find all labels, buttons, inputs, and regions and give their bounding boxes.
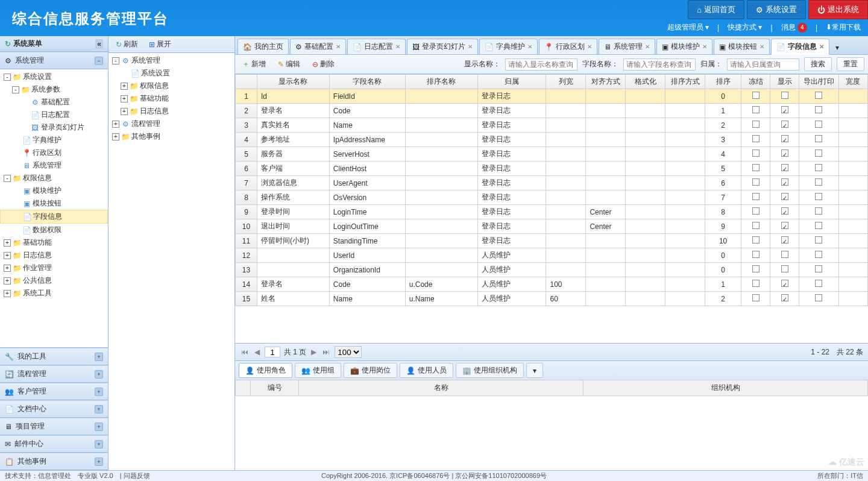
table-row[interactable]: 2登录名Code登录日志1 <box>236 104 868 118</box>
settings-button[interactable]: ⚙系统设置 <box>747 0 806 19</box>
data-grid[interactable]: 显示名称字段名称排序名称归属列宽对齐方式格式化排序方式排序冻结显示导出/打印宽度… <box>235 74 868 306</box>
expand-icon[interactable]: + <box>95 457 103 466</box>
tab[interactable]: 📄字典维护✕ <box>479 39 538 54</box>
close-icon[interactable]: ✕ <box>395 43 400 50</box>
expand-icon[interactable]: + <box>95 388 103 396</box>
tree-node[interactable]: 📄系统设置 <box>108 67 234 80</box>
checkbox[interactable] <box>752 106 760 113</box>
expand-icon[interactable]: - <box>4 175 11 182</box>
expand-icon[interactable]: - <box>12 86 19 93</box>
expand-button[interactable]: ⊞展开 <box>145 38 175 51</box>
expand-icon[interactable]: + <box>95 423 103 431</box>
checkbox[interactable] <box>781 236 788 244</box>
tree-node[interactable]: 📄字典维护 <box>0 134 108 146</box>
checkbox[interactable] <box>781 294 788 301</box>
tree-node[interactable]: +📁公共信息 <box>0 274 108 287</box>
expand-icon[interactable]: + <box>112 133 119 140</box>
tree-node[interactable]: 📄数据权限 <box>0 224 108 236</box>
table-row[interactable]: 8操作系统OsVersion登录日志7 <box>236 190 868 205</box>
tab[interactable]: 🏠我的主页 <box>237 39 289 54</box>
close-icon[interactable]: ✕ <box>645 43 650 50</box>
expand-icon[interactable]: + <box>121 83 128 90</box>
table-row[interactable]: 10退出时间LoginOutTime登录日志Center9 <box>236 219 868 234</box>
accordion-item[interactable]: 🔧我的工具+ <box>0 348 108 365</box>
close-icon[interactable]: ✕ <box>527 43 532 50</box>
expand-icon[interactable]: + <box>121 95 128 102</box>
tab-menu-icon[interactable]: ▾ <box>831 41 844 54</box>
tree-node[interactable]: ▣模块维护 <box>0 184 108 197</box>
checkbox[interactable] <box>752 178 760 186</box>
checkbox[interactable] <box>815 164 822 171</box>
checkbox[interactable] <box>781 251 788 258</box>
exit-button[interactable]: ⏻退出系统 <box>808 0 868 19</box>
bottom-grid[interactable]: 编号名称组织机构 <box>235 380 868 396</box>
tree-node[interactable]: +📁权限信息 <box>108 80 234 92</box>
search-field-name[interactable] <box>623 58 696 71</box>
close-icon[interactable]: ✕ <box>468 43 473 50</box>
table-row[interactable]: 7浏览器信息UserAgent登录日志6 <box>236 176 868 190</box>
tab[interactable]: ▣模块维护✕ <box>656 39 712 54</box>
close-icon[interactable]: ✕ <box>819 43 824 50</box>
accordion-system[interactable]: ⚙ 系统管理 − <box>0 52 108 69</box>
checkbox[interactable] <box>815 106 822 113</box>
delete-button[interactable]: ⊖删除 <box>309 58 338 71</box>
download-link[interactable]: ⬇常用下载 <box>826 22 861 33</box>
checkbox[interactable] <box>815 207 822 215</box>
expand-icon[interactable]: - <box>4 74 11 81</box>
tree-node[interactable]: ▣模块按钮 <box>0 197 108 210</box>
checkbox[interactable] <box>752 236 760 244</box>
tree-node[interactable]: +📁系统工具 <box>0 287 108 300</box>
checkbox[interactable] <box>815 92 822 99</box>
accordion-item[interactable]: 📄文档中心+ <box>0 400 108 418</box>
checkbox[interactable] <box>781 265 788 272</box>
col-header[interactable]: 格式化 <box>626 75 665 89</box>
tree-node[interactable]: ⚙基础配置 <box>0 96 108 108</box>
tree-node[interactable]: +📁日志信息 <box>108 105 234 118</box>
tree-node[interactable]: -📁系统设置 <box>0 71 108 83</box>
checkbox[interactable] <box>752 251 760 258</box>
checkbox[interactable] <box>752 280 760 287</box>
tree-node[interactable]: -📁系统参数 <box>0 83 108 96</box>
checkbox[interactable] <box>781 207 788 215</box>
checkbox[interactable] <box>781 106 788 113</box>
page-prev-icon[interactable]: ◀ <box>253 348 261 356</box>
checkbox[interactable] <box>752 222 760 229</box>
tab[interactable]: ⚙基础配置✕ <box>290 39 346 54</box>
expand-icon[interactable]: + <box>4 277 11 285</box>
checkbox[interactable] <box>815 280 822 287</box>
tab[interactable]: 📍行政区划✕ <box>539 39 597 54</box>
user-role[interactable]: 超级管理员 ▾ <box>667 22 709 33</box>
refresh-button[interactable]: ↻刷新 <box>112 38 142 51</box>
checkbox[interactable] <box>815 294 822 301</box>
checkbox[interactable] <box>781 164 788 171</box>
checkbox[interactable] <box>815 236 822 244</box>
checkbox[interactable] <box>781 121 788 128</box>
tree-node[interactable]: +📁作业管理 <box>0 262 108 274</box>
col-header[interactable]: 显示 <box>770 75 799 89</box>
refresh-icon[interactable]: ↻ <box>5 40 11 48</box>
search-button[interactable]: 搜索 <box>804 57 832 71</box>
checkbox[interactable] <box>752 265 760 272</box>
checkbox[interactable] <box>815 135 822 142</box>
page-next-icon[interactable]: ▶ <box>310 348 318 356</box>
table-row[interactable]: 5服务器ServerHost登录日志4 <box>236 147 868 162</box>
messages-link[interactable]: 消息 4 <box>781 22 807 33</box>
accordion-item[interactable]: 🖥项目管理+ <box>0 418 108 435</box>
tree-node[interactable]: +📁其他事例 <box>108 130 234 143</box>
page-first-icon[interactable]: ⏮ <box>240 348 250 356</box>
col-header[interactable]: 列宽 <box>546 75 586 89</box>
page-input[interactable] <box>265 347 280 357</box>
checkbox[interactable] <box>752 294 760 301</box>
accordion-item[interactable]: 🔄流程管理+ <box>0 365 108 383</box>
bottom-tab[interactable]: 🏢使用组织机构 <box>456 363 524 378</box>
checkbox[interactable] <box>781 135 788 142</box>
col-header[interactable]: 显示名称 <box>257 75 329 89</box>
checkbox[interactable] <box>815 265 822 272</box>
checkbox[interactable] <box>781 280 788 287</box>
table-row[interactable]: 15姓名Nameu.Name人员维护602 <box>236 292 868 306</box>
col-header[interactable]: 排序 <box>705 75 741 89</box>
expand-icon[interactable]: + <box>4 290 11 297</box>
close-icon[interactable]: ✕ <box>702 43 707 50</box>
bottom-tab[interactable]: 👥使用组 <box>295 363 341 378</box>
tree-node[interactable]: -⚙系统管理 <box>108 54 234 67</box>
